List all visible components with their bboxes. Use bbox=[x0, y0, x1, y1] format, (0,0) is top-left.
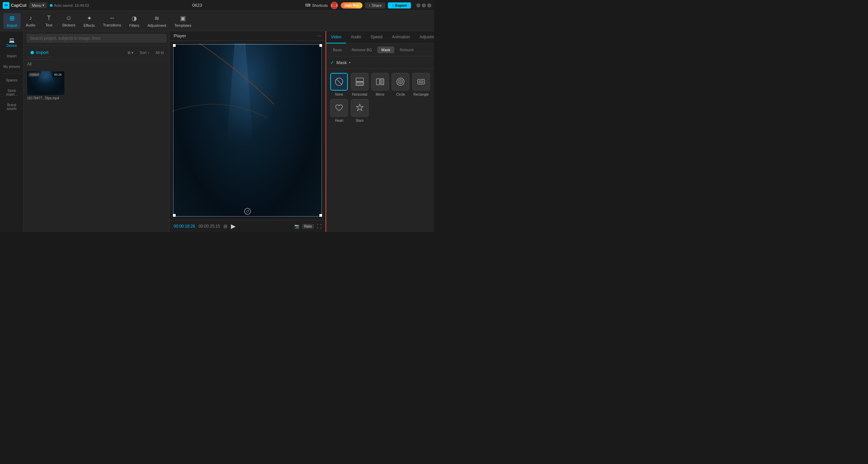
view-button[interactable]: ⊞ ▾ bbox=[125, 50, 136, 56]
mask-item-circle[interactable]: ↓ Circle bbox=[392, 73, 409, 96]
sort-button[interactable]: Sort ↕ bbox=[138, 50, 152, 55]
toolbar-audio-label: Audio bbox=[26, 23, 35, 27]
toolbar-transitions[interactable]: ↔ Transitions bbox=[100, 13, 124, 28]
mask-item-stars[interactable]: ↓ Stars bbox=[351, 99, 368, 122]
subtab-retouch[interactable]: Retouch bbox=[396, 46, 418, 53]
mask-none-label: None bbox=[335, 93, 343, 96]
subtab-removebg[interactable]: Remove BG bbox=[348, 46, 376, 53]
svg-text:↓: ↓ bbox=[377, 81, 378, 83]
mask-header: ✓ Mask ▾ bbox=[326, 56, 434, 69]
right-panel: Video Audio Speed Animation Adjustment B… bbox=[326, 31, 434, 232]
sidebar-item-import[interactable]: Import bbox=[1, 52, 22, 61]
view-chevron: ▾ bbox=[132, 51, 134, 55]
mask-item-heart[interactable]: ↓ Heart bbox=[330, 99, 348, 122]
left-sidebar: 💻 Device Import My presets Spaces Stock … bbox=[0, 31, 24, 232]
minimize-button[interactable] bbox=[416, 3, 420, 7]
menu-chevron-icon: ▾ bbox=[42, 3, 44, 7]
menu-button[interactable]: Menu ▾ bbox=[29, 2, 47, 8]
toolbar-audio[interactable]: ♪ Audio bbox=[22, 13, 39, 28]
mask-horizontal-label: Horizontal bbox=[352, 93, 367, 96]
svg-text:↓: ↓ bbox=[359, 111, 360, 113]
toolbar-stickers[interactable]: ☺ Stickers bbox=[59, 13, 79, 28]
sidebar-item-brand-assets[interactable]: Brand assets bbox=[1, 100, 22, 113]
toolbar-text-label: Text bbox=[45, 23, 52, 27]
menu-label: Menu bbox=[32, 3, 41, 7]
mask-item-mirror[interactable]: ↓ ↓ Mirror bbox=[371, 73, 389, 96]
sidebar-item-presets[interactable]: My presets bbox=[1, 62, 22, 71]
mask-mirror-label: Mirror bbox=[376, 93, 384, 96]
tab-speed[interactable]: Speed bbox=[366, 31, 387, 43]
svg-text:↓: ↓ bbox=[339, 110, 340, 112]
tab-adjustment[interactable]: Adjustment bbox=[415, 31, 434, 43]
toolbar-filters[interactable]: ◑ Filters bbox=[126, 13, 143, 29]
subtab-mask[interactable]: Mask bbox=[377, 46, 394, 53]
tab-animation[interactable]: Animation bbox=[387, 31, 415, 43]
mask-mirror-box: ↓ ↓ bbox=[371, 73, 389, 91]
sidebar-presets-label: My presets bbox=[3, 65, 20, 69]
sidebar-item-stock[interactable]: Stock mater... bbox=[1, 86, 22, 99]
player-corner-tl bbox=[173, 44, 176, 47]
right-panel-subtabs: Basic Remove BG Mask Retouch bbox=[326, 44, 434, 56]
close-button[interactable] bbox=[427, 3, 431, 7]
window-controls bbox=[416, 3, 431, 7]
toolbar-templates-label: Templates bbox=[174, 23, 191, 27]
camera-icon[interactable]: 📷 bbox=[294, 224, 299, 229]
list-item[interactable]: Added 00:26 16178477...5fps.mp4 bbox=[27, 71, 64, 100]
player-corner-bl bbox=[173, 214, 176, 217]
mask-item-horizontal[interactable]: ↓ ↓ Horizontal bbox=[351, 73, 368, 96]
toolbar-effects-label: Effects bbox=[83, 23, 95, 27]
join-pro-button[interactable]: Join Pro bbox=[341, 2, 362, 8]
mask-title: Mask bbox=[336, 60, 347, 65]
share-button[interactable]: ↑ Share bbox=[365, 2, 385, 8]
player-corner-tr bbox=[319, 44, 322, 47]
player-video-area: ↺ bbox=[172, 43, 323, 217]
mask-mirror-icon: ↓ ↓ bbox=[375, 77, 385, 86]
toolbar-import-label: Import bbox=[7, 23, 17, 27]
grid-icon[interactable]: ⊞ bbox=[223, 224, 228, 229]
search-input[interactable] bbox=[26, 34, 166, 43]
toolbar-templates[interactable]: ▣ Templates bbox=[171, 13, 195, 29]
sidebar-item-device[interactable]: 💻 Device bbox=[1, 35, 22, 50]
playback-time-current: 00:00:18:26 bbox=[174, 224, 195, 229]
play-button[interactable]: ▶ bbox=[231, 223, 236, 230]
maximize-button[interactable] bbox=[422, 3, 426, 7]
tab-video[interactable]: Video bbox=[326, 31, 346, 43]
filter-button[interactable]: All ⊟ bbox=[154, 50, 166, 56]
toolbar-effects[interactable]: ✦ Effects bbox=[80, 13, 98, 29]
mask-item-none[interactable]: None bbox=[330, 73, 348, 96]
toolbar-text[interactable]: T Text bbox=[40, 13, 57, 28]
filters-icon: ◑ bbox=[132, 15, 137, 22]
player-corner-br bbox=[319, 214, 322, 217]
mask-stars-icon: ↓ bbox=[355, 103, 364, 113]
svg-marker-19 bbox=[356, 104, 363, 111]
sort-label: Sort bbox=[140, 51, 146, 55]
toolbar-adjustment[interactable]: ≋ Adjustment bbox=[144, 13, 170, 29]
media-toolbar-right: ⊞ ▾ Sort ↕ All ⊟ bbox=[125, 50, 166, 56]
mask-none-icon bbox=[334, 77, 344, 86]
sidebar-item-spaces[interactable]: Spaces bbox=[1, 76, 22, 85]
mask-stars-box: ↓ bbox=[351, 99, 369, 117]
toolbar-import[interactable]: ⊞ Import bbox=[3, 13, 21, 29]
player-controls: 00:00:18:26 00:00:25:15 ⊞ ▶ 📷 Ratio ⛶ bbox=[170, 220, 326, 232]
svg-text:↓: ↓ bbox=[382, 81, 383, 83]
subtab-basic[interactable]: Basic bbox=[329, 46, 346, 53]
player-menu-icon[interactable]: ⋯ bbox=[317, 33, 321, 38]
svg-text:↓: ↓ bbox=[359, 79, 360, 81]
sidebar-brand-label: Brand assets bbox=[3, 103, 21, 111]
fullscreen-button[interactable]: ⛶ bbox=[317, 224, 321, 229]
ratio-button[interactable]: Ratio bbox=[302, 224, 314, 229]
export-button[interactable]: ↑ Export bbox=[388, 2, 411, 8]
device-icon: 💻 bbox=[9, 37, 15, 43]
toolbar-stickers-label: Stickers bbox=[62, 23, 75, 27]
auto-saved-status: Auto saved: 15:49:03 bbox=[50, 3, 89, 7]
mask-item-rectangle[interactable]: ↓ Rectangle bbox=[412, 73, 430, 96]
effects-icon: ✦ bbox=[87, 15, 92, 22]
tab-audio[interactable]: Audio bbox=[346, 31, 366, 43]
shortcuts-button[interactable]: ⌨ Shortcuts bbox=[305, 3, 328, 7]
mask-rectangle-box: ↓ bbox=[412, 73, 430, 91]
player-rotate-icon[interactable]: ↺ bbox=[244, 208, 251, 215]
mask-rectangle-label: Rectangle bbox=[413, 93, 429, 96]
mask-dropdown-icon[interactable]: ▾ bbox=[349, 61, 351, 64]
shortcuts-label: Shortcuts bbox=[312, 3, 328, 7]
import-label-text: Import bbox=[36, 50, 48, 55]
